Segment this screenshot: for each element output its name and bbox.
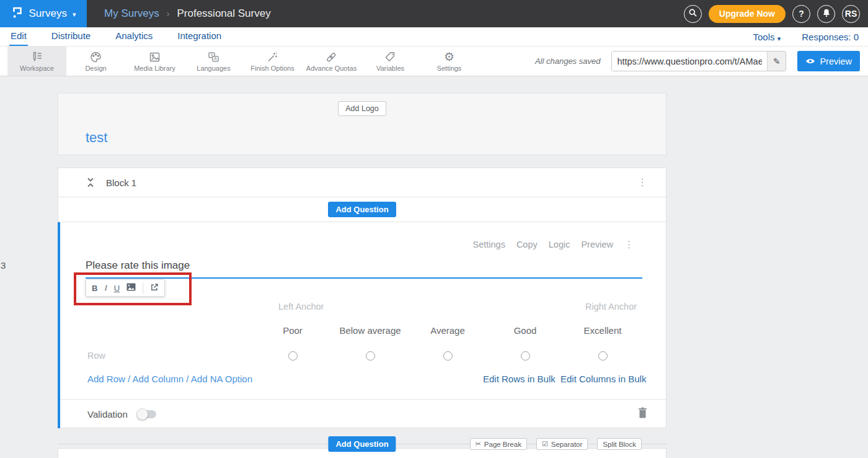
format-toolbar: B I U — [86, 279, 165, 297]
split-block-button[interactable]: Split Block — [597, 438, 642, 450]
question-copy-link[interactable]: Copy — [516, 240, 538, 249]
toolbar-item-media-library[interactable]: Media Library — [125, 47, 184, 76]
delete-question-button[interactable] — [638, 407, 647, 421]
block-header: Block 1 ⋮ — [58, 168, 666, 197]
survey-editor-page: Surveys ▾ My Surveys › Professional Surv… — [0, 0, 868, 458]
trash-icon — [638, 407, 647, 421]
underline-button[interactable]: U — [114, 284, 120, 293]
radio-average[interactable] — [443, 351, 453, 361]
preview-button[interactable]: Preview — [797, 51, 860, 71]
checked-box-icon: ☑ — [542, 440, 548, 448]
separator-button[interactable]: ☑Separator — [536, 438, 588, 450]
question-settings-link[interactable]: Settings — [472, 240, 505, 249]
add-row-link[interactable]: Add Row — [87, 374, 125, 384]
magic-wand-icon — [266, 51, 279, 63]
radio-good[interactable] — [521, 351, 530, 361]
gear-icon: ⚙ — [444, 51, 454, 63]
scale-option-excellent[interactable]: Excellent — [553, 325, 652, 336]
tag-icon — [384, 51, 397, 63]
tools-menu[interactable]: Tools ▾ — [753, 32, 781, 42]
toolbar-item-languages[interactable]: x̄A Languages — [184, 47, 243, 76]
add-question-bar: Add Question — [58, 197, 666, 222]
pencil-icon: ✎ — [773, 56, 781, 66]
toolbar-item-design[interactable]: Design — [66, 47, 125, 76]
right-anchor-input[interactable]: Right Anchor — [585, 302, 637, 312]
question-preview-link[interactable]: Preview — [581, 240, 613, 249]
collapse-block-icon[interactable] — [86, 177, 95, 188]
question-menu-kebab-icon[interactable]: ⋮ — [624, 239, 634, 250]
add-na-option-link[interactable]: Add NA Option — [191, 374, 252, 384]
save-status: All changes saved — [535, 56, 601, 66]
external-link-icon — [150, 283, 159, 294]
responses-count[interactable]: Responses: 0 — [802, 32, 859, 42]
breadcrumb-my-surveys[interactable]: My Surveys — [104, 7, 159, 20]
search-icon — [688, 8, 698, 19]
nav-tabs: Edit Distribute Analytics Integration — [9, 27, 223, 46]
add-question-button-top[interactable]: Add Question — [328, 202, 396, 217]
question-text-input[interactable]: Please rate this image — [86, 259, 190, 272]
eye-icon — [805, 56, 815, 66]
radio-below-average[interactable] — [366, 351, 375, 361]
survey-canvas: 3 Add Logo test Block 1 ⋮ Add Question S… — [0, 76, 868, 458]
block-card: Block 1 ⋮ Add Question Settings Copy Log… — [58, 168, 666, 428]
italic-button[interactable]: I — [104, 283, 107, 293]
search-button[interactable] — [684, 5, 702, 23]
tab-analytics[interactable]: Analytics — [114, 27, 154, 46]
edit-columns-in-bulk-link[interactable]: Edit Columns in Bulk — [560, 374, 646, 384]
upgrade-now-button[interactable]: Upgrade Now — [709, 5, 786, 23]
row-label-input[interactable]: Row — [87, 351, 105, 361]
question-logic-link[interactable]: Logic — [549, 240, 570, 249]
survey-title[interactable]: test — [86, 130, 107, 146]
validation-label: Validation — [87, 409, 128, 420]
block-name[interactable]: Block 1 — [106, 177, 136, 188]
question-number: 3 — [1, 260, 6, 271]
radio-poor[interactable] — [288, 351, 298, 361]
validation-toggle[interactable] — [137, 410, 156, 418]
left-anchor-input[interactable]: Left Anchor — [278, 302, 324, 312]
insert-image-button[interactable] — [126, 283, 136, 293]
question-actions: Settings Copy Logic Preview ⋮ — [472, 239, 634, 250]
toolbar-item-finish-options[interactable]: Finish Options — [243, 47, 302, 76]
edit-rows-in-bulk-link[interactable]: Edit Rows in Bulk — [483, 374, 556, 384]
toolbar-item-workspace[interactable]: Workspace — [7, 47, 66, 76]
block-menu-kebab-icon[interactable]: ⋮ — [637, 177, 647, 187]
add-column-link[interactable]: Add Column — [133, 374, 184, 384]
link-separator: / — [125, 374, 133, 384]
notifications-button[interactable] — [817, 5, 835, 23]
avatar[interactable]: RS — [842, 5, 860, 23]
survey-url-input[interactable] — [612, 52, 767, 71]
toolbar-divider — [143, 283, 143, 294]
breadcrumb: My Surveys › Professional Survey — [104, 7, 271, 20]
toolbar-item-variables[interactable]: Variables — [361, 47, 420, 76]
top-bar: Surveys ▾ My Surveys › Professional Surv… — [0, 0, 868, 27]
add-logo-button[interactable]: Add Logo — [338, 101, 386, 116]
svg-text:A: A — [214, 56, 217, 61]
tab-integration[interactable]: Integration — [176, 27, 223, 46]
toolbar-item-settings[interactable]: ⚙ Settings — [420, 47, 479, 76]
question-text-underline — [86, 277, 642, 279]
radio-excellent[interactable] — [598, 351, 608, 361]
row-column-links: Add Row / Add Column / Add NA Option — [87, 374, 252, 384]
survey-header-card: Add Logo test — [58, 93, 666, 155]
bold-button[interactable]: B — [92, 284, 97, 293]
tab-edit[interactable]: Edit — [9, 27, 28, 46]
edit-url-button[interactable]: ✎ — [767, 52, 786, 71]
toggle-knob — [136, 408, 148, 420]
caret-down-icon: ▾ — [777, 35, 781, 42]
surveys-menu[interactable]: Surveys ▾ — [0, 0, 87, 27]
question-editor: Settings Copy Logic Preview ⋮ Please rat… — [58, 222, 666, 428]
media-library-icon — [148, 51, 161, 63]
section-nav: Edit Distribute Analytics Integration To… — [0, 27, 868, 47]
help-button[interactable]: ? — [792, 5, 810, 23]
breadcrumb-current: Professional Survey — [177, 7, 270, 20]
validation-row: Validation — [60, 399, 666, 428]
add-question-button-bottom[interactable]: Add Question — [328, 436, 396, 452]
languages-icon: x̄A — [207, 51, 220, 63]
workspace-icon — [30, 51, 43, 63]
image-icon — [126, 283, 136, 293]
page-break-button[interactable]: ✂Page Break — [470, 438, 527, 450]
insert-link-button[interactable] — [150, 283, 159, 294]
toolbar-item-advance-quotas[interactable]: Advance Quotas — [302, 47, 361, 76]
tab-distribute[interactable]: Distribute — [50, 27, 92, 46]
questionpro-logo-icon — [11, 6, 24, 22]
